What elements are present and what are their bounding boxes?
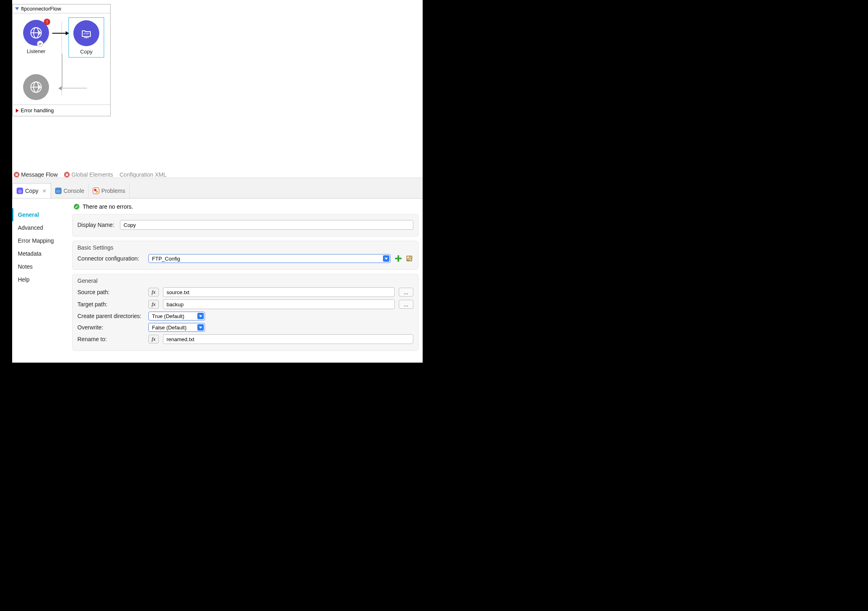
connector-config-select[interactable]: FTP_Config	[148, 254, 391, 263]
basic-settings-title: Basic Settings	[77, 244, 413, 251]
chevron-down-icon	[383, 255, 389, 262]
sidebar-item-advanced[interactable]: Advanced	[12, 221, 72, 234]
status-text: There are no errors.	[83, 203, 133, 210]
globe-icon	[29, 26, 43, 40]
connector-config-label: Connector configuration:	[77, 255, 144, 262]
display-name-section: Display Name:	[72, 214, 419, 237]
sidebar-item-notes[interactable]: Notes	[12, 260, 72, 273]
problems-icon	[93, 188, 99, 194]
app-panel: ftpconnectorFlow ! ⇄ Listener	[12, 0, 423, 363]
overwrite-value: False (Default)	[152, 325, 186, 331]
component-icon: ◎	[17, 188, 23, 194]
display-name-label: Display Name:	[77, 222, 116, 228]
error-handling-section[interactable]: Error handling	[13, 105, 110, 116]
flow-name: ftpconnectorFlow	[21, 6, 61, 12]
error-handling-label: Error handling	[21, 107, 54, 113]
properties-area: General Advanced Error Mapping Metadata …	[12, 199, 423, 363]
display-name-input[interactable]	[120, 220, 413, 230]
chevron-down-icon	[197, 313, 204, 319]
properties-sidebar: General Advanced Error Mapping Metadata …	[12, 199, 72, 363]
fx-button-rename[interactable]: fx	[148, 335, 159, 344]
svg-point-5	[86, 37, 87, 38]
flow-node-response[interactable]	[18, 74, 54, 103]
tab-global-elements[interactable]: ✖ Global Elements	[64, 171, 113, 178]
connector-config-value: FTP_Config	[152, 256, 180, 262]
tab-console-label: Console	[64, 188, 84, 194]
ok-icon: ✔	[74, 204, 79, 209]
tab-copy[interactable]: ◎ Copy ✕	[12, 183, 51, 198]
chevron-down-icon	[197, 324, 204, 331]
console-icon: ▭	[55, 188, 62, 194]
tab-problems[interactable]: Problems	[89, 184, 130, 198]
fx-button-target[interactable]: fx	[148, 300, 159, 309]
tab-config-xml[interactable]: Configuration XML	[120, 171, 167, 178]
create-parent-value: True (Default)	[152, 313, 184, 319]
create-parent-label: Create parent directories:	[77, 313, 144, 319]
response-icon	[23, 74, 49, 100]
listener-label: Listener	[18, 48, 54, 54]
tab-message-flow-label: Message Flow	[21, 171, 58, 178]
flow-arrow-icon	[52, 33, 68, 34]
tab-config-xml-label: Configuration XML	[120, 171, 167, 178]
overwrite-label: Overwrite:	[77, 324, 144, 331]
flow-container: ftpconnectorFlow ! ⇄ Listener	[12, 4, 111, 116]
tab-problems-label: Problems	[101, 188, 125, 194]
source-path-input[interactable]	[163, 287, 395, 297]
listener-icon: ! ⇄	[23, 20, 49, 46]
general-title: General	[77, 278, 413, 284]
fx-button-source[interactable]: fx	[148, 288, 159, 297]
error-dot-icon: ✖	[14, 172, 19, 177]
rename-to-label: Rename to:	[77, 336, 144, 342]
edit-config-button[interactable]	[406, 255, 413, 262]
properties-main: ✔ There are no errors. Display Name: Bas…	[72, 199, 423, 363]
tab-global-elements-label: Global Elements	[71, 171, 113, 178]
tab-console[interactable]: ▭ Console	[51, 184, 89, 198]
svg-text:FTP: FTP	[83, 32, 89, 35]
flow-header[interactable]: ftpconnectorFlow	[13, 4, 110, 13]
svg-point-10	[96, 190, 98, 193]
panel-splitter[interactable]	[12, 177, 423, 180]
globe-grey-icon	[29, 80, 43, 94]
browse-target-button[interactable]: ...	[399, 300, 413, 309]
status-row: ✔ There are no errors.	[72, 202, 419, 214]
source-path-label: Source path:	[77, 289, 144, 295]
swap-badge-icon: ⇄	[37, 41, 43, 47]
basic-settings-section: Basic Settings Connector configuration: …	[72, 241, 419, 270]
collapse-icon	[15, 7, 19, 10]
flow-node-listener[interactable]: ! ⇄ Listener	[18, 20, 54, 54]
tab-copy-label: Copy	[25, 188, 38, 194]
return-arrow-icon	[58, 86, 62, 90]
sidebar-item-error-mapping[interactable]: Error Mapping	[12, 234, 72, 247]
overwrite-select[interactable]: False (Default)	[148, 323, 205, 332]
sidebar-item-help[interactable]: Help	[12, 273, 72, 286]
rename-to-input[interactable]	[163, 334, 413, 344]
lower-tabstrip: ◎ Copy ✕ ▭ Console Problems	[12, 180, 423, 199]
general-section: General Source path: fx ... Target path:…	[72, 274, 419, 351]
target-path-input[interactable]	[163, 299, 395, 309]
sidebar-item-general[interactable]: General	[12, 208, 72, 221]
create-parent-select[interactable]: True (Default)	[148, 312, 205, 320]
add-config-button[interactable]	[395, 255, 402, 262]
expand-icon	[16, 109, 19, 113]
return-connector	[62, 54, 87, 88]
copy-icon: FTP	[73, 20, 99, 46]
error-badge-icon: !	[44, 19, 50, 25]
target-path-label: Target path:	[77, 301, 144, 308]
flow-body: ! ⇄ Listener FTP Copy	[13, 13, 110, 105]
browse-source-button[interactable]: ...	[399, 288, 413, 297]
sidebar-item-metadata[interactable]: Metadata	[12, 247, 72, 260]
close-icon[interactable]: ✕	[42, 188, 47, 194]
tab-message-flow[interactable]: ✖ Message Flow	[14, 171, 58, 178]
flow-node-copy[interactable]: FTP Copy	[68, 17, 104, 58]
error-dot-icon: ✖	[64, 172, 70, 177]
ftp-folder-icon: FTP	[79, 26, 94, 41]
